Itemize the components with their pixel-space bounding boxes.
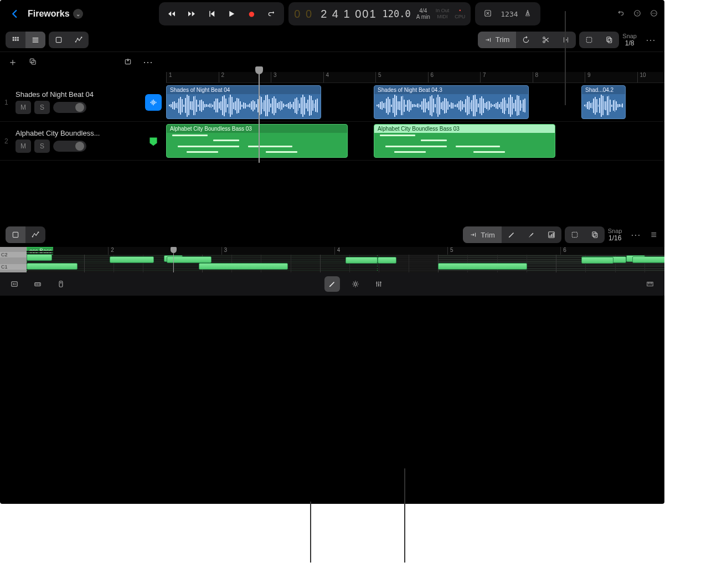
keyboard-button[interactable] bbox=[642, 276, 658, 292]
track-number: 2 bbox=[4, 137, 11, 145]
pr-menu-icon[interactable]: ≡ bbox=[647, 229, 659, 241]
loop-tool-button[interactable] bbox=[516, 32, 536, 48]
right-transport-group: 1234 bbox=[475, 2, 540, 25]
svg-point-4 bbox=[652, 13, 653, 14]
replace-icon[interactable] bbox=[481, 9, 495, 19]
lcd-display[interactable]: 0 0 2 4 1 001 120.0 4/4 A min In Out MID… bbox=[288, 2, 471, 25]
settings-button[interactable] bbox=[371, 276, 386, 292]
automation-button[interactable] bbox=[69, 32, 89, 48]
track-more-icon[interactable]: ⋯ bbox=[141, 56, 155, 68]
midi-note[interactable] bbox=[27, 254, 52, 261]
midi-note[interactable] bbox=[199, 263, 288, 270]
region-inspector-button[interactable] bbox=[49, 32, 69, 48]
midi-note[interactable] bbox=[378, 257, 397, 264]
audio-region[interactable]: Shades of Night Beat 04 bbox=[166, 85, 321, 119]
project-name-label: Fireworks bbox=[28, 9, 70, 19]
pr-trim-tool-button[interactable]: Trim bbox=[463, 226, 502, 243]
more-icon[interactable] bbox=[650, 8, 658, 20]
ruler-tick: 4 bbox=[323, 72, 329, 82]
volume-fader[interactable] bbox=[53, 102, 86, 113]
audio-region[interactable]: Shad...04.2 bbox=[581, 85, 626, 119]
svg-rect-58 bbox=[649, 282, 650, 285]
svg-point-6 bbox=[655, 13, 656, 14]
instrument-icon bbox=[145, 133, 162, 149]
pr-automation-button[interactable] bbox=[25, 226, 45, 243]
rewind-button[interactable] bbox=[162, 4, 181, 23]
cycle-button[interactable] bbox=[262, 4, 281, 23]
stretch-tool-button[interactable] bbox=[556, 32, 576, 48]
svg-rect-15 bbox=[33, 41, 39, 42]
trim-tool-button[interactable]: Trim bbox=[478, 32, 517, 48]
svg-rect-23 bbox=[607, 37, 610, 41]
track-lane[interactable]: Alphabet City Boundless Bass 03 Alphabet… bbox=[166, 122, 664, 161]
pr-more-icon[interactable]: ⋯ bbox=[627, 229, 644, 241]
track-name: Shades of Night Beat 04 bbox=[16, 90, 141, 99]
solo-button[interactable]: S bbox=[34, 101, 50, 114]
import-button[interactable] bbox=[121, 56, 135, 68]
callout-line bbox=[310, 502, 311, 563]
back-button[interactable] bbox=[7, 6, 23, 23]
svg-rect-10 bbox=[13, 39, 14, 40]
go-to-start-button[interactable] bbox=[202, 4, 221, 23]
audio-region[interactable]: Shades of Night Beat 04.3 bbox=[374, 85, 529, 119]
view-settings-button[interactable] bbox=[348, 276, 363, 292]
help-icon[interactable]: ? bbox=[633, 8, 641, 20]
pr-brush-tool-button[interactable] bbox=[522, 226, 542, 243]
smart-controls-button[interactable] bbox=[53, 276, 69, 292]
region-label: Shades of Night Beat 04 bbox=[167, 86, 321, 94]
pr-marquee-button[interactable] bbox=[565, 226, 585, 243]
svg-rect-34 bbox=[13, 232, 18, 237]
pr-playhead[interactable] bbox=[173, 247, 174, 272]
arrange-more-icon[interactable]: ⋯ bbox=[642, 34, 659, 46]
pr-region-view-button[interactable] bbox=[6, 226, 25, 243]
count-in-button[interactable]: 1234 bbox=[501, 10, 515, 18]
svg-point-36 bbox=[38, 231, 39, 233]
waveform bbox=[167, 94, 321, 117]
mute-button[interactable]: M bbox=[16, 101, 31, 114]
pr-snap-control[interactable]: Snap 1/16 bbox=[608, 228, 622, 242]
midi-note[interactable] bbox=[632, 256, 664, 263]
midi-note[interactable] bbox=[110, 256, 154, 263]
track-lane[interactable]: Shades of Night Beat 04 Shades of Night … bbox=[166, 83, 664, 122]
grid-view-button[interactable] bbox=[6, 32, 25, 48]
mixer-button[interactable] bbox=[30, 276, 45, 292]
add-track-button[interactable]: ＋ bbox=[6, 55, 20, 69]
play-button[interactable] bbox=[222, 4, 241, 23]
solo-button[interactable]: S bbox=[34, 140, 50, 153]
midi-note[interactable] bbox=[27, 263, 78, 270]
pr-pencil-tool-button[interactable] bbox=[502, 226, 522, 243]
marquee-button[interactable] bbox=[579, 32, 599, 48]
mute-button[interactable]: M bbox=[16, 140, 31, 153]
copy-button[interactable] bbox=[599, 32, 619, 48]
pr-ruler-tick: 6 bbox=[560, 247, 566, 255]
edit-button[interactable] bbox=[324, 276, 340, 292]
library-button[interactable] bbox=[7, 276, 22, 292]
metronome-icon[interactable] bbox=[520, 9, 535, 19]
midi-region[interactable]: Alphabet City Boundless Bass 03 bbox=[374, 124, 555, 158]
track-view-button[interactable] bbox=[25, 32, 45, 48]
lcd-bars: 2 4 1 001 bbox=[321, 8, 377, 20]
piano-keyboard[interactable]: C2C1 bbox=[0, 247, 27, 272]
track-header[interactable]: 1 Shades of Night Beat 04 M S bbox=[0, 83, 166, 122]
snap-control[interactable]: Snap 1/8 bbox=[622, 33, 637, 47]
pianoroll-ruler[interactable]: 2 3 4 5 6 bbox=[53, 247, 664, 255]
pianoroll-grid[interactable]: 2 3 4 5 6 ess Bass 03 Alphabet City Boun… bbox=[27, 247, 664, 272]
timeline-ruler[interactable]: 1 2 3 4 5 6 7 8 9 10 bbox=[166, 72, 664, 83]
scissors-tool-button[interactable] bbox=[536, 32, 556, 48]
duplicate-track-button[interactable] bbox=[25, 56, 40, 68]
playhead[interactable] bbox=[259, 69, 260, 163]
fast-forward-button[interactable] bbox=[182, 4, 201, 23]
track-header[interactable]: 2 Alphabet City Boundless... M S bbox=[0, 122, 166, 161]
project-title[interactable]: Fireworks ⌄ bbox=[28, 9, 83, 19]
pr-copy-button[interactable] bbox=[585, 226, 605, 243]
midi-note[interactable] bbox=[345, 257, 378, 264]
volume-fader[interactable] bbox=[53, 141, 86, 152]
midi-note[interactable] bbox=[581, 257, 613, 264]
midi-note[interactable] bbox=[438, 263, 527, 270]
lcd-io: In Out MIDI bbox=[436, 8, 450, 20]
midi-region[interactable]: Alphabet City Boundless Bass 03 bbox=[166, 124, 348, 158]
record-button[interactable]: ● bbox=[242, 4, 261, 23]
snap-value: 1/8 bbox=[625, 40, 635, 47]
pr-velocity-tool-button[interactable] bbox=[542, 226, 561, 243]
undo-icon[interactable] bbox=[617, 8, 625, 20]
